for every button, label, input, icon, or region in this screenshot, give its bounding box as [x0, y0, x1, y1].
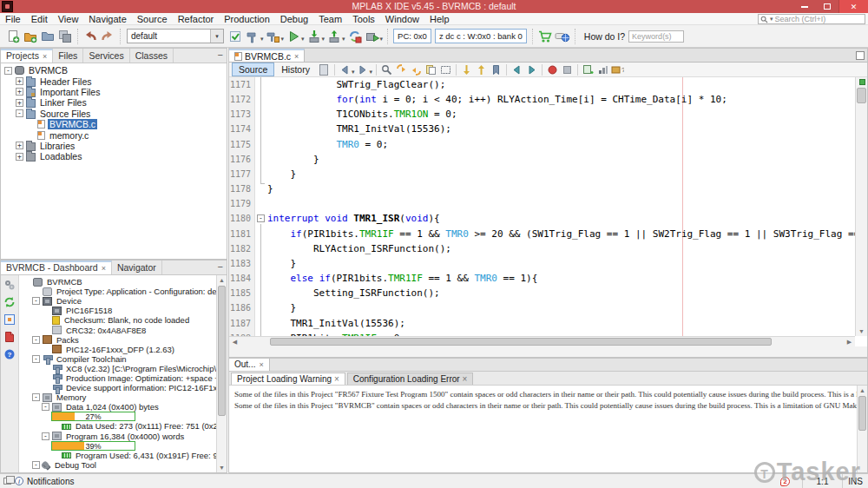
find-previous-occurrence-icon[interactable]: [409, 63, 423, 76]
search-input[interactable]: ▾ Search (Ctrl+I): [758, 14, 865, 24]
redo-icon[interactable]: [100, 29, 115, 44]
shopping-cart-icon[interactable]: [537, 29, 553, 44]
scroll-left-icon[interactable]: ◀: [229, 339, 240, 346]
tree-item[interactable]: Checksum: Blank, no code loaded: [19, 315, 216, 325]
expand-icon[interactable]: +: [16, 142, 23, 149]
line-number[interactable]: 1180: [229, 211, 255, 226]
back-dropdown-icon[interactable]: ▾: [352, 69, 355, 76]
new-file-icon[interactable]: [5, 29, 21, 44]
collapse-icon[interactable]: -: [32, 393, 40, 401]
menu-refactor[interactable]: Refactor: [173, 13, 220, 25]
tree-item[interactable]: Device support information: PIC12-16F1xx…: [19, 383, 216, 392]
code-fold-icon[interactable]: -: [257, 214, 265, 222]
tab-output[interactable]: Out...×: [229, 359, 270, 371]
tree-item[interactable]: PIC12-16F1xxx_DFP (1.2.63): [19, 345, 216, 354]
clean-build-dropdown-icon[interactable]: ▾: [281, 36, 285, 43]
back-icon[interactable]: [338, 63, 352, 76]
breakpoints-icon[interactable]: [3, 313, 16, 326]
editor-vertical-scrollbar[interactable]: ▲ ▼: [855, 77, 867, 336]
expand-icon[interactable]: +: [16, 99, 23, 107]
tree-item[interactable]: -Data 1,024 (0x400) bytes: [19, 402, 216, 412]
tree-item[interactable]: -Source Files: [1, 109, 227, 119]
info-icon[interactable]: i: [15, 477, 23, 485]
previous-bookmark-icon[interactable]: [459, 63, 473, 76]
line-number[interactable]: 1182: [229, 241, 255, 256]
notifications-label[interactable]: Notifications: [27, 477, 74, 486]
close-icon[interactable]: ×: [43, 52, 47, 61]
collapse-icon[interactable]: -: [16, 109, 23, 117]
tab-project-loading-warning[interactable]: Project Loading Warning ×: [231, 373, 345, 385]
tab-navigator[interactable]: Navigator: [112, 260, 162, 274]
generate-pdf-report-icon[interactable]: [3, 330, 16, 344]
scroll-up-icon[interactable]: ▲: [858, 386, 867, 395]
tree-item[interactable]: +Linker Files: [1, 97, 227, 108]
tree-item[interactable]: -BVRMCB: [1, 65, 227, 76]
collapse-icon[interactable]: -: [32, 336, 40, 344]
collapse-icon[interactable]: -: [32, 297, 40, 305]
save-all-icon[interactable]: [57, 29, 73, 44]
scroll-right-icon[interactable]: ▶: [844, 339, 855, 346]
tab-classes[interactable]: Classes: [130, 49, 174, 63]
restore-button[interactable]: [816, 0, 838, 13]
tab-dashboard[interactable]: BVRMCB - Dashboard×: [1, 260, 112, 274]
device-selector-icon[interactable]: [555, 29, 570, 44]
toggle-bookmark-icon[interactable]: [489, 63, 503, 76]
collapse-icon[interactable]: -: [42, 432, 49, 440]
tree-item[interactable]: -Debug Tool: [19, 460, 216, 470]
line-number[interactable]: 1176: [229, 152, 255, 167]
code-area[interactable]: 1171 SWTrig_FlagClear();1172 for(int i =…: [229, 77, 855, 336]
tree-item[interactable]: Data Used: 273 (0x111) Free: 751 (0x2EF): [19, 421, 216, 431]
insert-code-icon[interactable]: [581, 63, 595, 76]
project-configuration-select[interactable]: default ▾: [127, 29, 224, 43]
tree-item[interactable]: +Header Files: [1, 76, 227, 86]
tree-item[interactable]: -Packs: [19, 335, 216, 345]
minimize-button[interactable]: [793, 0, 816, 13]
menu-debug[interactable]: Debug: [275, 13, 313, 25]
line-number[interactable]: 1181: [229, 227, 255, 241]
window-group-icon[interactable]: [3, 478, 11, 485]
tree-item[interactable]: -Device: [19, 296, 216, 306]
tree-item[interactable]: +Important Files: [1, 87, 227, 97]
forward-icon[interactable]: [356, 63, 370, 76]
tree-item[interactable]: Program Used: 6,431 (0x191F) Free: 9,953…: [19, 451, 216, 460]
refresh-icon[interactable]: [3, 295, 16, 309]
collapse-icon[interactable]: -: [42, 403, 49, 411]
collapse-icon[interactable]: -: [32, 355, 40, 363]
chevron-down-icon[interactable]: ▾: [210, 30, 223, 43]
tree-item[interactable]: BVRMCB.c: [1, 119, 227, 129]
memory-gauge[interactable]: 27%: [19, 412, 216, 421]
line-number[interactable]: 1185: [229, 286, 255, 300]
menu-view[interactable]: View: [53, 13, 84, 25]
clean-and-build-icon[interactable]: [266, 29, 281, 44]
dashboard-scrollbar[interactable]: ▲ ▼: [216, 275, 227, 472]
editor-horizontal-scrollbar[interactable]: ◀ ▶: [229, 336, 855, 346]
collapse-icon[interactable]: -: [32, 461, 40, 469]
shift-right-icon[interactable]: [524, 63, 538, 76]
last-edit-position-icon[interactable]: [317, 63, 331, 76]
line-number[interactable]: 1187: [229, 316, 255, 331]
menu-team[interactable]: Team: [313, 13, 347, 25]
toggle-comment-icon[interactable]: [595, 63, 609, 76]
line-number[interactable]: 1183: [229, 256, 255, 271]
go-to-header-icon[interactable]: ?: [610, 63, 624, 76]
line-number[interactable]: 1173: [229, 107, 255, 122]
menu-source[interactable]: Source: [132, 13, 173, 25]
menu-tools[interactable]: Tools: [347, 13, 380, 25]
minimize-panel-icon[interactable]: −: [218, 50, 223, 60]
help-icon[interactable]: ?: [3, 347, 16, 361]
menu-navigate[interactable]: Navigate: [83, 13, 131, 25]
undo-icon[interactable]: [82, 29, 98, 44]
program-dropdown-icon[interactable]: ▾: [322, 36, 326, 43]
keyword-input[interactable]: Keyword(s): [628, 30, 684, 43]
editor-windows-icon[interactable]: [856, 51, 865, 60]
stop-macro-recording-icon[interactable]: [560, 63, 574, 76]
tab-bvrmcb-c[interactable]: BVRMCB.c ×: [229, 49, 305, 62]
source-view-button[interactable]: Source: [232, 63, 274, 76]
close-icon[interactable]: ×: [102, 264, 106, 273]
tree-item[interactable]: memory.c: [1, 129, 227, 140]
menu-edit[interactable]: Edit: [26, 13, 53, 25]
tree-item[interactable]: Project Type: Application - Configuratio…: [19, 287, 216, 296]
line-number[interactable]: 1178: [229, 181, 255, 196]
open-project-icon[interactable]: [40, 29, 56, 44]
line-number[interactable]: 1186: [229, 300, 255, 315]
